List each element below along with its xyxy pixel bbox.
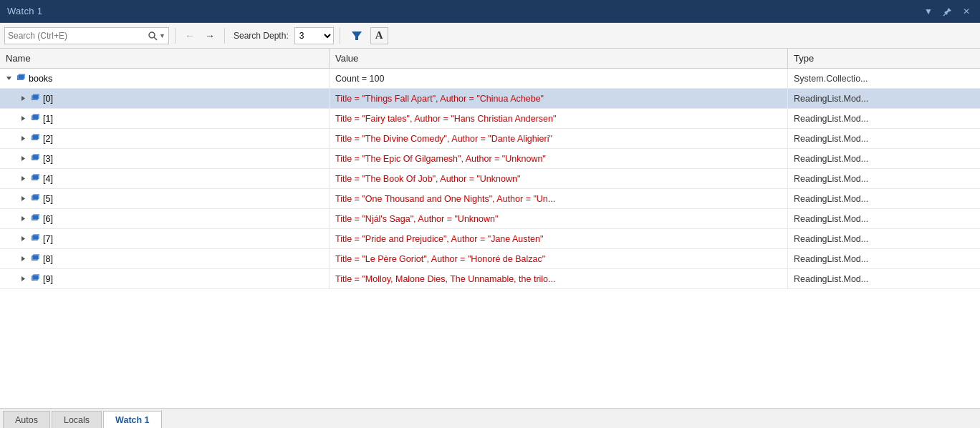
expand-button[interactable] — [19, 235, 27, 243]
expand-button[interactable] — [19, 155, 27, 163]
row-name: [4] — [43, 174, 53, 184]
title-bar: Watch 1 ▼ ✕ — [0, 0, 980, 23]
collapse-button[interactable] — [4, 74, 13, 83]
search-depth-select[interactable]: 1 2 3 4 5 — [294, 27, 334, 44]
tab-locals[interactable]: Locals — [52, 411, 102, 428]
search-icon — [148, 31, 158, 41]
svg-marker-3 — [352, 31, 362, 40]
name-cell: [4] — [0, 169, 330, 188]
svg-point-1 — [149, 32, 155, 38]
cube-icon — [30, 92, 40, 104]
search-icon-btn[interactable]: ▼ — [148, 31, 165, 41]
svg-line-0 — [943, 14, 946, 16]
expand-button[interactable] — [19, 195, 27, 203]
cube-icon — [30, 152, 40, 165]
cube-icon — [30, 213, 40, 225]
name-cell: [2] — [0, 129, 330, 148]
svg-marker-16 — [21, 136, 25, 141]
expand-button[interactable] — [19, 175, 27, 183]
toolbar: ▼ ← → Search Depth: 1 2 3 4 5 A — [0, 23, 980, 49]
search-input[interactable] — [8, 31, 148, 41]
table-container: Name Value Type booksCount = 100System.C… — [0, 49, 980, 408]
col-header-name: Name — [0, 49, 330, 68]
toolbar-sep-2 — [224, 28, 225, 44]
svg-marker-44 — [21, 276, 25, 281]
cube-icon — [30, 253, 40, 265]
svg-rect-19 — [32, 135, 39, 140]
svg-rect-43 — [32, 255, 39, 260]
row-name: [7] — [43, 234, 53, 244]
row-name: books — [29, 74, 52, 84]
value-cell: Title = "One Thousand and One Nights", A… — [330, 189, 788, 208]
svg-marker-4 — [6, 77, 11, 80]
filter-button[interactable] — [346, 28, 368, 44]
table-header: Name Value Type — [0, 49, 980, 69]
table-row[interactable]: [4]Title = "The Book Of Job", Author = "… — [0, 169, 980, 189]
nav-back-button[interactable]: ← — [181, 29, 198, 43]
value-cell: Title = "Le Père Goriot", Author = "Hono… — [330, 249, 788, 268]
svg-marker-28 — [21, 196, 25, 201]
name-cell: [9] — [0, 269, 330, 288]
row-name: [8] — [43, 254, 53, 264]
value-cell: Count = 100 — [330, 69, 788, 88]
name-cell: [1] — [0, 109, 330, 128]
expand-button[interactable] — [19, 94, 27, 103]
svg-line-2 — [154, 37, 157, 40]
value-cell: Title = "Fairy tales", Author = "Hans Ch… — [330, 109, 788, 128]
table-scroll[interactable]: booksCount = 100System.Collectio... [0]T… — [0, 69, 980, 408]
name-cell: [7] — [0, 229, 330, 248]
table-row[interactable]: [8]Title = "Le Père Goriot", Author = "H… — [0, 249, 980, 269]
cube-icon — [30, 193, 40, 205]
expand-button[interactable] — [19, 255, 27, 263]
close-button[interactable]: ✕ — [960, 5, 973, 18]
type-cell: ReadingList.Mod... — [788, 169, 980, 188]
search-depth-label: Search Depth: — [234, 31, 289, 41]
svg-marker-40 — [21, 256, 25, 261]
expand-button[interactable] — [19, 275, 27, 283]
expand-button[interactable] — [19, 135, 27, 143]
svg-rect-27 — [32, 175, 39, 180]
type-cell: System.Collectio... — [788, 69, 980, 88]
svg-rect-31 — [32, 195, 39, 200]
svg-marker-8 — [21, 96, 25, 101]
pin-button[interactable] — [940, 5, 956, 18]
svg-rect-39 — [32, 235, 39, 240]
toolbar-sep-1 — [175, 28, 176, 44]
bottom-tabs: AutosLocalsWatch 1 — [0, 408, 980, 428]
svg-marker-20 — [21, 156, 25, 161]
table-row[interactable]: booksCount = 100System.Collectio... — [0, 69, 980, 89]
table-row[interactable]: [6]Title = "Njál's Saga", Author = "Unkn… — [0, 209, 980, 229]
row-name: [1] — [43, 114, 53, 124]
row-name: [6] — [43, 214, 53, 224]
nav-forward-button[interactable]: → — [201, 29, 218, 43]
nav-forward-icon: → — [205, 30, 215, 42]
font-button[interactable]: A — [370, 27, 388, 44]
type-cell: ReadingList.Mod... — [788, 109, 980, 128]
cube-icon — [30, 112, 40, 125]
search-dropdown-arrow: ▼ — [159, 32, 165, 39]
expand-button[interactable] — [19, 115, 27, 123]
type-cell: ReadingList.Mod... — [788, 229, 980, 248]
cube-icon — [16, 72, 26, 84]
table-row[interactable]: [3]Title = "The Epic Of Gilgamesh", Auth… — [0, 149, 980, 169]
svg-rect-23 — [32, 155, 39, 160]
expand-button[interactable] — [19, 215, 27, 223]
table-row[interactable]: [0]Title = "Things Fall Apart", Author =… — [0, 89, 980, 109]
table-row[interactable]: [1]Title = "Fairy tales", Author = "Hans… — [0, 109, 980, 129]
tab-watch-1[interactable]: Watch 1 — [103, 411, 161, 428]
type-cell: ReadingList.Mod... — [788, 89, 980, 108]
table-row[interactable]: [9]Title = "Molloy, Malone Dies, The Unn… — [0, 269, 980, 289]
name-cell: [3] — [0, 149, 330, 168]
table-row[interactable]: [5]Title = "One Thousand and One Nights"… — [0, 189, 980, 209]
dropdown-button[interactable]: ▼ — [921, 5, 936, 18]
title-bar-title: Watch 1 — [7, 6, 42, 16]
toolbar-sep-3 — [340, 28, 340, 44]
value-cell: Title = "The Epic Of Gilgamesh", Author … — [330, 149, 788, 168]
table-row[interactable]: [7]Title = "Pride and Prejudice", Author… — [0, 229, 980, 249]
name-cell: [5] — [0, 189, 330, 208]
value-cell: Title = "Pride and Prejudice", Author = … — [330, 229, 788, 248]
search-box[interactable]: ▼ — [4, 27, 169, 44]
tab-autos[interactable]: Autos — [3, 411, 50, 428]
type-cell: ReadingList.Mod... — [788, 249, 980, 268]
table-row[interactable]: [2]Title = "The Divine Comedy", Author =… — [0, 129, 980, 149]
